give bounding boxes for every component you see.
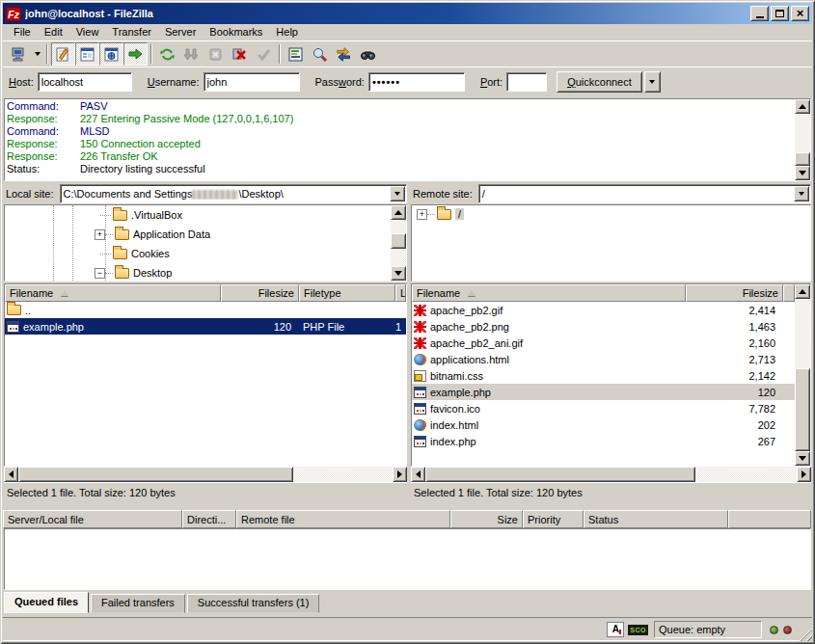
log-scrollbar[interactable] <box>795 99 810 180</box>
message-log-toggle[interactable] <box>51 42 75 66</box>
site-manager-button[interactable] <box>7 42 31 66</box>
column-header-filename[interactable]: Filename <box>5 284 221 302</box>
column-header-filesize[interactable]: Filesize <box>221 284 299 302</box>
tree-item-application-data[interactable]: + Application Data <box>5 225 391 244</box>
local-tree-scrollbar[interactable] <box>391 205 406 281</box>
column-header-remote-file[interactable]: Remote file <box>236 510 450 528</box>
file-row[interactable]: favicon.ico 7,782 <box>412 400 795 416</box>
scroll-track[interactable] <box>795 299 810 368</box>
menu-view[interactable]: View <box>69 25 106 39</box>
scroll-left-button[interactable] <box>4 467 18 482</box>
synchronized-browsing-button[interactable] <box>332 42 356 66</box>
scroll-track[interactable] <box>695 467 797 482</box>
column-header-status[interactable]: Status <box>584 510 728 528</box>
remote-site-dropdown[interactable] <box>794 186 809 201</box>
password-input[interactable] <box>368 72 465 92</box>
scroll-thumb[interactable] <box>18 467 293 482</box>
file-row[interactable]: index.html 202 <box>412 416 795 433</box>
menu-server[interactable]: Server <box>158 25 203 39</box>
scroll-right-button[interactable] <box>393 467 407 482</box>
process-queue-button[interactable] <box>179 42 204 66</box>
expand-plus-icon[interactable]: + <box>417 209 427 220</box>
tree-item-cookies[interactable]: Cookies <box>5 244 391 263</box>
username-input[interactable] <box>204 72 300 92</box>
find-files-button[interactable] <box>356 42 380 66</box>
scroll-track[interactable] <box>795 114 810 152</box>
scroll-down-button[interactable] <box>795 451 810 466</box>
scroll-up-button[interactable] <box>391 205 406 220</box>
column-header-last-modified[interactable]: L <box>395 284 406 302</box>
title-bar[interactable]: Fz john@localhost - FileZilla × <box>3 3 812 24</box>
file-row[interactable]: index.php 267 <box>412 433 795 449</box>
local-site-dropdown[interactable] <box>390 186 405 201</box>
file-row[interactable]: apache_pb2.gif 2,414 <box>412 302 795 318</box>
column-header-direction[interactable]: Directi... <box>182 510 236 528</box>
tree-item-virtualbox[interactable]: .VirtualBox <box>5 205 391 225</box>
cancel-operation-button[interactable] <box>204 42 228 66</box>
column-header-filename[interactable]: Filename <box>412 284 686 302</box>
file-row[interactable]: bitnami.css 2,142 <box>412 367 795 384</box>
disconnect-button[interactable] <box>228 42 252 66</box>
host-input[interactable] <box>38 72 132 92</box>
maximize-button[interactable] <box>771 6 789 21</box>
close-button[interactable]: × <box>791 6 809 21</box>
remote-treeview-toggle[interactable] <box>99 42 123 66</box>
column-header-priority[interactable]: Priority <box>523 510 584 528</box>
menu-transfer[interactable]: Transfer <box>105 25 158 39</box>
remote-list-scrollbar[interactable] <box>795 284 810 466</box>
port-input[interactable] <box>506 72 547 92</box>
scroll-track[interactable] <box>391 249 406 266</box>
tab-queued-files[interactable]: Queued files <box>4 592 89 613</box>
scroll-left-button[interactable] <box>411 467 425 482</box>
menu-edit[interactable]: Edit <box>38 25 69 39</box>
scroll-down-button[interactable] <box>795 166 810 180</box>
directory-comparison-button[interactable] <box>308 42 332 66</box>
column-header-server-local-file[interactable]: Server/Local file <box>3 510 182 528</box>
file-row-selected[interactable]: example.php 120 PHP File 1 <box>5 318 406 335</box>
file-row[interactable]: applications.html 2,713 <box>412 351 795 367</box>
quickconnect-button[interactable]: Quickconnect <box>557 71 642 93</box>
transfer-queue-list[interactable] <box>4 528 811 590</box>
scroll-thumb[interactable] <box>795 152 810 166</box>
scroll-thumb[interactable] <box>425 467 695 482</box>
parent-directory-row[interactable]: .. <box>5 302 406 318</box>
local-list-hscrollbar[interactable] <box>4 467 407 482</box>
datatype-indicator-icon[interactable]: A <box>607 622 624 637</box>
column-header-filesize[interactable]: Filesize <box>686 284 783 302</box>
collapse-minus-icon[interactable]: − <box>95 268 105 279</box>
quickconnect-dropdown[interactable] <box>644 71 661 93</box>
menu-help[interactable]: Help <box>269 25 305 39</box>
column-header-size[interactable]: Size <box>450 510 523 528</box>
site-manager-dropdown[interactable] <box>31 42 43 66</box>
file-row-selected[interactable]: example.php 120 <box>412 384 795 400</box>
column-header-filetype[interactable]: Filetype <box>299 284 395 302</box>
expand-plus-icon[interactable]: + <box>95 229 105 240</box>
refresh-button[interactable] <box>155 42 179 66</box>
minimize-button[interactable] <box>750 6 769 21</box>
tree-item-root[interactable]: + / <box>412 205 810 223</box>
scroll-up-button[interactable] <box>795 99 810 114</box>
clear-queue-button[interactable] <box>252 42 276 66</box>
scroll-track[interactable] <box>293 467 393 482</box>
local-site-combobox[interactable]: C:\Documents and Settings\Desktop\ <box>60 184 407 203</box>
menu-file[interactable]: File <box>7 25 38 39</box>
speed-limit-indicator-icon[interactable]: SCO <box>628 625 648 635</box>
scroll-track[interactable] <box>391 220 406 233</box>
remote-site-combobox[interactable]: / <box>478 184 811 203</box>
scroll-thumb[interactable] <box>391 233 406 249</box>
tree-item-desktop[interactable]: − Desktop <box>5 263 391 282</box>
file-row[interactable]: apache_pb2_ani.gif 2,160 <box>412 335 795 351</box>
menu-bookmarks[interactable]: Bookmarks <box>203 25 269 39</box>
transfer-queue-toggle[interactable] <box>123 42 148 66</box>
scroll-down-button[interactable] <box>391 266 406 281</box>
local-treeview-toggle[interactable] <box>75 42 99 66</box>
remote-list-hscrollbar[interactable] <box>411 467 811 482</box>
tab-successful-transfers[interactable]: Successful transfers (1) <box>187 594 320 613</box>
tab-failed-transfers[interactable]: Failed transfers <box>91 594 185 613</box>
scroll-right-button[interactable] <box>797 467 811 482</box>
resize-grip[interactable] <box>799 628 812 641</box>
filter-button[interactable] <box>284 42 308 66</box>
scroll-thumb[interactable] <box>795 368 810 451</box>
file-row[interactable]: apache_pb2.png 1,463 <box>412 318 795 335</box>
scroll-up-button[interactable] <box>795 284 810 299</box>
